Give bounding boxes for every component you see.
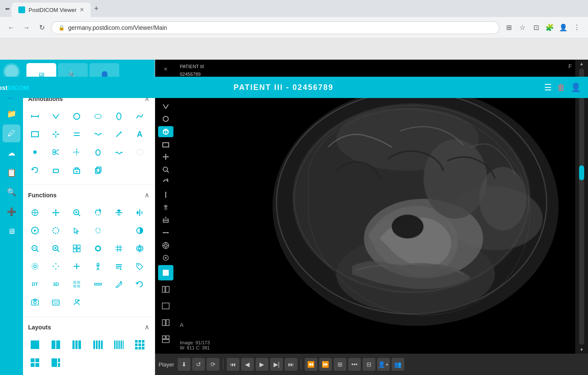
rotate-viewer-button[interactable] [158, 177, 173, 188]
layout-1x1[interactable] [26, 336, 43, 353]
layout-4x1[interactable] [89, 336, 107, 353]
negative-fn[interactable] [89, 240, 107, 257]
player-play[interactable]: ▶ [256, 358, 268, 371]
player-split[interactable]: ⊟ [363, 358, 375, 371]
player-first[interactable]: ⏮ [227, 358, 239, 371]
nav-forward-button[interactable]: → [20, 22, 32, 34]
ellipse-h-tool[interactable] [89, 108, 107, 125]
player-users[interactable]: 👥 [392, 358, 404, 371]
player-fast-fwd[interactable]: ⏩ [319, 358, 332, 371]
layout-2x1[interactable] [47, 336, 64, 353]
functions-header[interactable]: Functions ∧ [26, 188, 151, 202]
settings-menu-button[interactable]: ⋮ [571, 22, 583, 34]
grid-fn[interactable] [110, 240, 127, 257]
layouts-header[interactable]: Layouts ∧ [26, 320, 151, 334]
pan-fn[interactable] [47, 204, 64, 221]
address-bar[interactable]: 🔒 germany.postdicom.com/Viewer/Main [51, 21, 499, 34]
flip-viewer-button[interactable] [158, 202, 173, 213]
extensions-button[interactable]: 🧩 [544, 22, 556, 34]
stack-viewer-button[interactable] [158, 215, 173, 226]
mosaic2-fn[interactable] [68, 276, 85, 293]
undo-tool[interactable] [26, 162, 43, 179]
player-rewind[interactable]: ⏪ [305, 358, 317, 371]
axis-fn[interactable] [68, 258, 85, 275]
layouts-toggle[interactable]: ∧ [144, 323, 150, 331]
crosshair-tool[interactable] [47, 126, 64, 143]
active-tab[interactable]: PostDICOM Viewer × [12, 3, 91, 17]
eraser-tool[interactable] [47, 162, 64, 179]
image-info-fn[interactable]: IMG [47, 294, 64, 311]
parallel-tool[interactable] [68, 126, 85, 143]
sidebar-item-add[interactable]: ➕ [3, 203, 20, 221]
placeholder2-fn[interactable] [110, 222, 127, 239]
flip-v-fn[interactable] [110, 204, 127, 221]
probe-tool[interactable] [68, 144, 85, 161]
pan-viewer-button[interactable] [158, 151, 173, 162]
sidebar-item-annotations[interactable]: 🖊 [3, 124, 20, 142]
roi-viewer-button[interactable] [158, 139, 173, 150]
scroll2-viewer-button[interactable] [158, 227, 173, 238]
copy-image-tool[interactable] [89, 162, 107, 179]
contrast-fn[interactable] [131, 222, 148, 239]
roi-circle-fn[interactable] [47, 222, 64, 239]
user-info-fn[interactable] [68, 294, 85, 311]
sidebar-item-search[interactable]: 🔍 [3, 183, 20, 201]
roi-rect-tool[interactable] [26, 126, 43, 143]
rotate-fn[interactable] [89, 204, 107, 221]
new-tab-button[interactable]: + [91, 4, 102, 13]
magnify-fn[interactable] [47, 240, 64, 257]
layout-3x1[interactable] [68, 336, 85, 353]
tab-close-button[interactable]: × [80, 6, 84, 14]
player-add-user[interactable]: 👤+ [377, 358, 390, 371]
player-more[interactable]: ••• [348, 358, 361, 371]
collapse-panel-button[interactable]: « [158, 63, 173, 74]
scroll-track[interactable] [579, 69, 584, 345]
layout-main-side[interactable] [47, 354, 64, 371]
layout-3x3[interactable] [131, 336, 148, 353]
sidebar-item-folders[interactable]: 📁 [3, 105, 20, 123]
tab-back-button[interactable]: ⬅ [3, 6, 12, 12]
flip-h-fn[interactable] [131, 204, 148, 221]
magic-fn[interactable] [110, 276, 127, 293]
player-prev[interactable]: ◀ [241, 358, 254, 371]
sidebar-item-worklist[interactable]: 📋 [3, 164, 20, 182]
move-all-fn[interactable] [47, 258, 64, 275]
sort-fn[interactable] [110, 258, 127, 275]
player-next[interactable]: ▶| [270, 358, 283, 371]
zoom-out-fn[interactable] [26, 240, 43, 257]
profile-picture-button[interactable]: 👤 [557, 22, 569, 34]
player-layout-grid[interactable]: ⊞ [334, 358, 346, 371]
clear-tool[interactable] [68, 162, 85, 179]
squiggle-tool[interactable] [110, 144, 127, 161]
circle-viewer-button[interactable] [158, 114, 173, 125]
scroll-up-arrow[interactable]: ▲ [578, 60, 585, 68]
rect-white-button[interactable] [158, 265, 173, 280]
layout2-button[interactable] [158, 315, 173, 330]
dot-tool[interactable] [26, 144, 43, 161]
gear2-fn[interactable] [26, 258, 43, 275]
functions-toggle[interactable]: ∧ [144, 191, 150, 199]
photo-fn[interactable] [26, 294, 43, 311]
crosshair-fn[interactable] [26, 204, 43, 221]
select-fn[interactable] [68, 222, 85, 239]
scroll-down-arrow[interactable]: ▼ [578, 346, 585, 354]
user-button[interactable]: 👤 [571, 82, 581, 92]
player-reset[interactable]: ↺ [192, 358, 205, 371]
circle-tool[interactable] [68, 108, 85, 125]
target-viewer-button[interactable] [158, 240, 173, 251]
mosaic-fn[interactable] [68, 240, 85, 257]
sidebar-item-monitor[interactable]: 🖥 [3, 222, 20, 240]
scissors-tool[interactable] [47, 144, 64, 161]
angle-viewer-button[interactable] [158, 101, 173, 112]
vertical-scrollbar[interactable]: ▲ ▼ [575, 60, 588, 354]
nav-back-button[interactable]: ← [5, 22, 17, 34]
player-download[interactable]: ⬇ [178, 358, 190, 371]
zoom-fn[interactable] [68, 204, 85, 221]
wave-tool[interactable] [89, 126, 107, 143]
cine-fn[interactable] [26, 222, 43, 239]
text-tool[interactable]: A [131, 126, 148, 143]
bookmark-button[interactable]: ☆ [516, 22, 528, 34]
tag-fn[interactable] [131, 258, 148, 275]
freehand-roi-fn[interactable] [89, 222, 107, 239]
placeholder-tool[interactable] [131, 144, 148, 161]
